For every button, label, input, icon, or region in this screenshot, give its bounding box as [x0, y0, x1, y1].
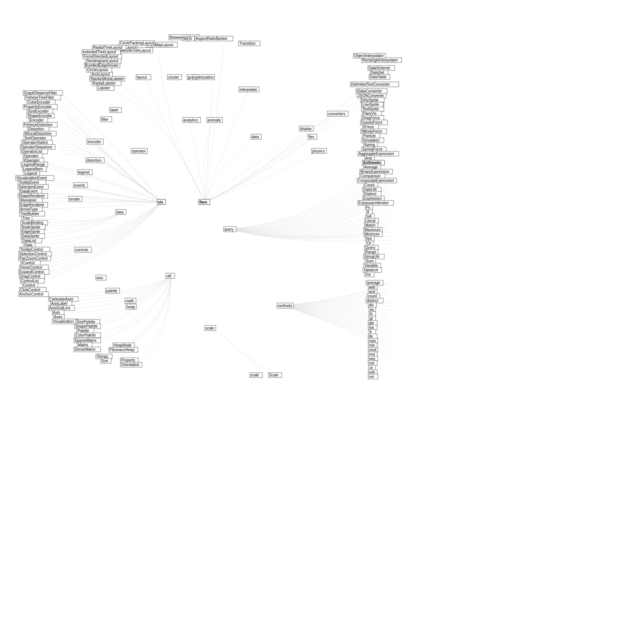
node-Legend[interactable]: Legend: [24, 171, 40, 176]
node-lte[interactable]: lte: [368, 334, 377, 339]
node-eq-m[interactable]: eq: [369, 307, 376, 312]
node-Visualization[interactable]: Visualization: [52, 319, 78, 324]
node-FibonacciHeap[interactable]: FibonacciHeap: [109, 347, 138, 352]
node-axis-group[interactable]: axis: [96, 275, 106, 280]
node-isa-m[interactable]: isa: [368, 325, 377, 330]
node-OperatorSwitch[interactable]: OperatorSwitch: [22, 140, 53, 145]
node-operator[interactable]: operator: [131, 148, 148, 154]
node-JSONConverter[interactable]: JSONConverter: [357, 93, 386, 98]
node-SizePalette[interactable]: SizePalette: [76, 319, 100, 324]
node-palette-group[interactable]: palette: [105, 288, 120, 293]
node-VisualizationEvent[interactable]: VisualizationEvent: [16, 176, 54, 180]
node-LegendItem[interactable]: LegendItem: [22, 167, 47, 171]
node-Transition[interactable]: Transition: [239, 41, 260, 46]
node-ObjectInterpolator[interactable]: ObjectInterpolator: [353, 53, 385, 58]
node-Minimum[interactable]: Minimum: [364, 232, 382, 237]
node-IControl[interactable]: IControl: [21, 261, 40, 265]
node-SelectionEvent[interactable]: SelectionEvent: [18, 184, 48, 189]
node-sub[interactable]: sub: [368, 370, 377, 375]
node-max-m[interactable]: max: [368, 338, 378, 343]
node-label[interactable]: label: [110, 107, 121, 113]
node-min-m[interactable]: min: [368, 343, 377, 348]
node-NodeSprite[interactable]: NodeSprite: [21, 225, 45, 230]
node-Tree[interactable]: Tree: [22, 216, 32, 221]
node-SparseMatrix[interactable]: SparseMatrix: [74, 338, 101, 343]
node-average-m[interactable]: average: [366, 280, 383, 285]
node-ColorEncoder[interactable]: ColorEncoder: [27, 100, 55, 105]
node-StringUtil[interactable]: StringUtil: [363, 254, 384, 259]
node-Or[interactable]: Or: [366, 241, 373, 246]
node-EdgeRenderer[interactable]: EdgeRenderer: [19, 202, 48, 207]
node-GravityForce[interactable]: GravityForce: [360, 120, 388, 125]
node-render[interactable]: render: [69, 196, 82, 202]
node-AxisGridLine[interactable]: AxisGridLine: [48, 306, 75, 310]
node-DataEvent[interactable]: DataEvent: [19, 189, 42, 194]
node-Orientation[interactable]: Orientation: [120, 362, 142, 367]
node-ShapeRenderer[interactable]: ShapeRenderer: [18, 193, 48, 198]
node-filter[interactable]: filter: [101, 117, 112, 122]
node-distortion[interactable]: distortion: [86, 158, 104, 163]
node-gt[interactable]: gt: [369, 316, 376, 321]
node-TooltipEvent[interactable]: TooltipEvent: [18, 180, 46, 185]
node-BinaryExpression[interactable]: BinaryExpression: [360, 169, 392, 174]
node-IRenderer[interactable]: IRenderer: [19, 198, 42, 203]
node-legend-group[interactable]: legend: [78, 170, 92, 175]
node-Query-expr[interactable]: Query: [364, 245, 379, 250]
node-Count[interactable]: Count: [364, 183, 378, 187]
node-TreeBuilder[interactable]: TreeBuilder: [19, 211, 45, 216]
node-BifocalDistortion[interactable]: BifocalDistortion: [24, 131, 56, 136]
node-DragForce[interactable]: DragForce: [362, 116, 384, 120]
node-CartesianAxes[interactable]: CartesianAxes: [48, 297, 78, 302]
node-xor-m[interactable]: xor: [368, 374, 378, 379]
node-AspectRatioBanker[interactable]: AspectRatioBanker: [195, 36, 233, 41]
node-PanZoomControl[interactable]: PanZoomControl: [19, 256, 51, 261]
node-DataList[interactable]: DataList: [22, 238, 42, 243]
node-TextSprite[interactable]: TextSprite: [362, 107, 384, 111]
node-data-left[interactable]: data: [116, 209, 126, 215]
node-Match[interactable]: Match: [364, 223, 378, 228]
node-encoder[interactable]: encoder: [87, 139, 103, 144]
node-Axis-detail[interactable]: Axis: [52, 310, 64, 315]
node-methods[interactable]: methods: [277, 303, 293, 308]
node-Not[interactable]: Not: [365, 236, 374, 241]
node-IsA[interactable]: IsA: [366, 214, 375, 219]
node-PropertyEncoder[interactable]: PropertyEncoder: [23, 104, 57, 109]
node-If[interactable]: If: [366, 209, 372, 214]
node-DataSprite[interactable]: DataSprite: [21, 234, 45, 239]
node-scale-bottom[interactable]: scale: [250, 373, 262, 378]
node-LegendRange[interactable]: LegendRange: [21, 162, 48, 167]
node-DirtySprite[interactable]: DirtySprite: [360, 98, 384, 102]
node-CircleLayout[interactable]: CircleLayout: [86, 67, 112, 72]
node-RadialLabeler[interactable]: RadialLabeler: [92, 81, 121, 86]
node-not-m[interactable]: not: [368, 361, 377, 366]
node-TooltipControl[interactable]: TooltipControl: [19, 247, 50, 252]
node-IDataConverter[interactable]: IDataConverter: [356, 89, 387, 94]
node-ArrowType[interactable]: ArrowType: [19, 207, 42, 212]
node-FisheyeTreeFilter[interactable]: FisheyeTreeFilter: [25, 95, 61, 100]
node-flex[interactable]: flex: [308, 134, 317, 139]
node-And[interactable]: And: [364, 156, 374, 161]
node-physics[interactable]: physics: [312, 148, 326, 154]
node-OperatorSequence[interactable]: OperatorSequence: [20, 145, 55, 149]
node-FisheyeDistortion[interactable]: FisheyeDistortion: [23, 122, 57, 127]
node-DenseMatrix[interactable]: DenseMatrix: [74, 347, 101, 352]
node-LineSprite[interactable]: LineSprite: [362, 102, 383, 107]
node-util[interactable]: util: [166, 273, 175, 278]
node-ExpressionIterator[interactable]: ExpressionIterator: [358, 201, 394, 205]
node-Expression[interactable]: Expression: [363, 196, 384, 201]
node-flare[interactable]: flare: [199, 199, 210, 205]
node-DendrogramLayout[interactable]: DendrogramLayout: [86, 59, 121, 63]
node-Particle[interactable]: Particle: [363, 133, 380, 138]
node-Property[interactable]: Property: [120, 358, 138, 363]
node-DragControl[interactable]: DragControl: [19, 274, 45, 279]
node-Scale[interactable]: Scale: [268, 373, 282, 378]
node-NBodyForce[interactable]: NBodyForce: [361, 129, 387, 134]
node-analytics[interactable]: analytics: [183, 117, 201, 123]
node-Xor[interactable]: Xor: [364, 272, 374, 277]
node-SizeEncoder[interactable]: SizeEncoder: [27, 109, 53, 114]
node-RectangleInterpolator[interactable]: RectangleInterpolator: [362, 58, 402, 63]
node-Axes[interactable]: Axes: [53, 315, 64, 319]
node-SortOperator[interactable]: SortOperator: [24, 136, 51, 141]
node-gte[interactable]: gte: [368, 321, 377, 325]
node-cluster[interactable]: cluster: [167, 75, 181, 80]
